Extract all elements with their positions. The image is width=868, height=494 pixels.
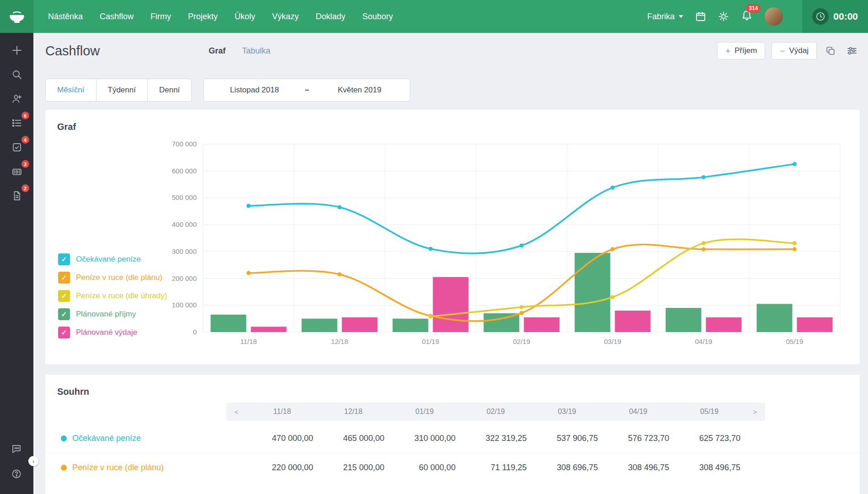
legend-checkbox[interactable]: ✓: [58, 327, 70, 338]
view-tabs: GrafTabulka: [209, 46, 270, 56]
copy-icon: [825, 46, 836, 56]
summary-month-01/19: 01/19: [389, 408, 460, 416]
summary-value: 215 000,00: [318, 463, 389, 473]
sidebar-item-tasks[interactable]: 6: [9, 115, 25, 131]
summary-table: <11/1812/1801/1902/1903/1904/1905/19> Oč…: [45, 403, 860, 482]
legend-item-penize-v-ruce-dle-planu[interactable]: ✓Peníze v ruce (dle plánu): [58, 268, 167, 287]
date-from[interactable]: Listopad 2018: [204, 86, 305, 95]
legend-item-planovane-prijmy[interactable]: ✓Plánované příjmy: [58, 305, 167, 323]
summary-row-label: Peníze v ruce (dle plánu): [72, 463, 164, 473]
period-tydenni[interactable]: Týdenní: [96, 79, 148, 102]
svg-text:12/18: 12/18: [331, 338, 348, 345]
cash-icon: [11, 166, 22, 177]
series-dot: [61, 435, 67, 441]
app-logo[interactable]: [0, 0, 33, 33]
header-actions: + Příjem − Výdaj: [717, 42, 860, 59]
legend-item-penize-v-ruce-dle-uhrady[interactable]: ✓Peníze v ruce (dle úhrady): [58, 287, 167, 305]
nav-item-cashflow[interactable]: Cashflow: [100, 12, 134, 21]
search-button[interactable]: [9, 66, 25, 83]
topbar-right: Fabrika 314 00:00: [647, 0, 868, 33]
svg-text:02/19: 02/19: [513, 338, 530, 345]
documents-badge: 2: [21, 184, 29, 192]
timer-value: 00:00: [833, 11, 858, 22]
summary-value: 470 000,00: [246, 434, 318, 443]
svg-text:400 000: 400 000: [172, 220, 197, 228]
period-mesicni[interactable]: Měsíční: [45, 79, 96, 102]
nav-item-doklady[interactable]: Doklady: [316, 12, 345, 21]
page-title: Cashflow: [45, 43, 100, 59]
summary-value: 308 496,75: [603, 463, 674, 473]
workspace-selector[interactable]: Fabrika: [647, 12, 683, 21]
sidebar-item-documents[interactable]: 2: [9, 188, 25, 204]
add-income-button[interactable]: + Příjem: [717, 42, 765, 59]
nav-item-vykazy[interactable]: Výkazy: [272, 12, 299, 21]
user-avatar[interactable]: [765, 7, 783, 26]
legend-item-ocekavane-penize[interactable]: ✓Očekávané peníze: [58, 250, 167, 268]
summary-month-11/18: 11/18: [246, 408, 318, 416]
months-band: <11/1812/1801/1902/1903/1904/1905/19>: [226, 403, 765, 421]
nav-item-soubory[interactable]: Soubory: [362, 12, 393, 21]
duplicate-button[interactable]: [823, 43, 838, 58]
summary-row-ocekavane-penize: Očekávané peníze470 000,00465 000,00310 …: [45, 424, 860, 453]
sidebar-expand-button[interactable]: ›: [28, 456, 38, 466]
summary-prev-button[interactable]: <: [226, 408, 246, 416]
legend-item-planovane-vydaje[interactable]: ✓Plánované výdaje: [58, 323, 167, 342]
calendar-icon[interactable]: [695, 11, 706, 22]
summary-card: Souhrn <11/1812/1801/1902/1903/1904/1905…: [45, 375, 860, 494]
time-tracker[interactable]: 00:00: [802, 0, 868, 33]
tasks-badge: 6: [21, 112, 29, 119]
approvals-badge: 4: [21, 136, 29, 144]
summary-value: 322 319,25: [460, 434, 531, 443]
chart-legend: ✓Očekávané peníze✓Peníze v ruce (dle plá…: [58, 250, 167, 342]
sidebar-item-invoices[interactable]: 3: [9, 163, 25, 180]
sidebar-item-approvals[interactable]: 4: [9, 139, 25, 156]
summary-value: 71 119,25: [460, 463, 531, 473]
legend-label: Peníze v ruce (dle úhrady): [76, 291, 167, 301]
add-contact-button[interactable]: [9, 91, 25, 107]
add-expense-button[interactable]: − Výdaj: [772, 42, 817, 59]
date-to[interactable]: Květen 2019: [309, 86, 410, 95]
help-button[interactable]: [8, 466, 25, 482]
legend-checkbox[interactable]: ✓: [58, 272, 70, 284]
legend-checkbox[interactable]: ✓: [58, 308, 70, 320]
plus-icon: [11, 44, 23, 56]
period-denni[interactable]: Denní: [147, 79, 192, 102]
svg-text:05/19: 05/19: [786, 338, 804, 345]
notification-badge: 314: [746, 4, 761, 12]
legend-checkbox[interactable]: ✓: [58, 290, 70, 302]
nav-item-firmy[interactable]: Firmy: [150, 12, 171, 21]
sidebar: 6 4 3 2 ›: [0, 33, 33, 494]
filter-row: MěsíčníTýdenníDenní Listopad 2018 – Květ…: [33, 79, 868, 102]
svg-text:100 000: 100 000: [172, 301, 197, 309]
svg-text:11/18: 11/18: [240, 338, 257, 345]
bowl-logo-icon: [9, 8, 25, 25]
plus-icon: +: [725, 47, 730, 55]
chat-button[interactable]: [8, 440, 25, 457]
gear-icon[interactable]: [718, 11, 729, 22]
nav-item-projekty[interactable]: Projekty: [188, 12, 218, 21]
sliders-icon: [847, 45, 857, 56]
summary-month-05/19: 05/19: [674, 408, 745, 416]
svg-text:700 000: 700 000: [172, 140, 197, 148]
summary-month-02/19: 02/19: [460, 408, 531, 416]
summary-value: 310 000,00: [389, 434, 460, 443]
tab-tabulka[interactable]: Tabulka: [242, 46, 270, 56]
chart-settings-button[interactable]: [844, 43, 860, 59]
search-icon: [11, 69, 22, 80]
range-separator: –: [305, 86, 309, 95]
nav-item-ukoly[interactable]: Úkoly: [235, 12, 255, 21]
date-range-picker[interactable]: Listopad 2018 – Květen 2019: [204, 79, 410, 102]
add-button[interactable]: [9, 42, 25, 59]
summary-months-row: <11/1812/1801/1902/1903/1904/1905/19>: [45, 403, 860, 421]
series-dot: [61, 465, 67, 471]
summary-next-button[interactable]: >: [745, 408, 765, 416]
svg-text:03/19: 03/19: [604, 338, 622, 345]
nav-item-nastenka[interactable]: Nástěnka: [48, 12, 83, 21]
tab-graf[interactable]: Graf: [209, 46, 225, 56]
summary-value: 537 906,75: [531, 434, 603, 443]
summary-month-12/18: 12/18: [318, 408, 389, 416]
notifications-button[interactable]: 314: [741, 10, 753, 23]
summary-month-04/19: 04/19: [603, 408, 674, 416]
check-square-icon: [11, 142, 22, 153]
legend-checkbox[interactable]: ✓: [58, 253, 70, 265]
